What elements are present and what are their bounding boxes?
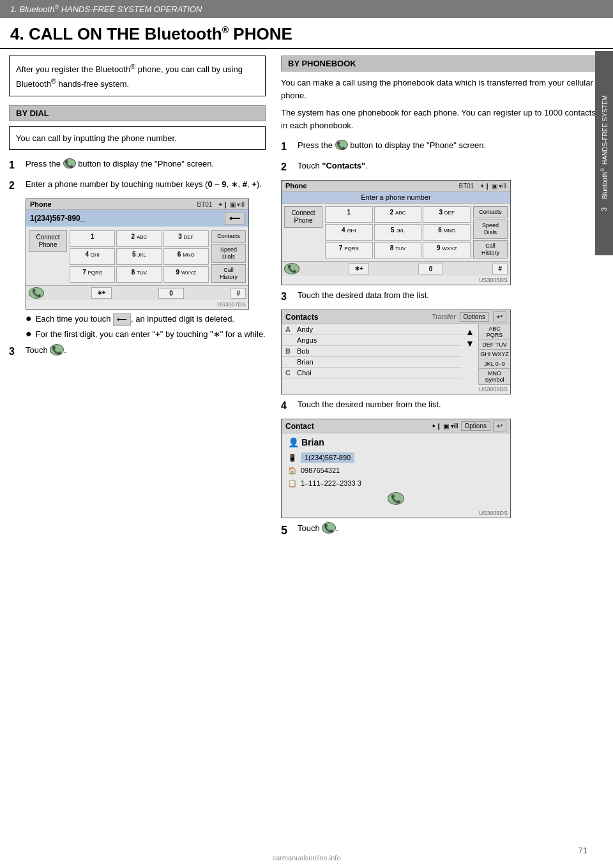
page-number: 71 xyxy=(579,846,587,855)
watermark-contacts: US3008DS xyxy=(282,385,510,394)
num-home[interactable]: 0987654321 xyxy=(301,465,340,475)
phone-grid: ConnectPhone 1 2 ABC 3 DEF 4 GHI 5 JKL 6… xyxy=(26,228,248,285)
phonebook-intro1: You can make a call using the phonebook … xyxy=(281,77,604,101)
backspace-btn[interactable]: ⟵ xyxy=(225,212,245,225)
key-8[interactable]: 8 TUV xyxy=(116,266,162,283)
contact-num-work[interactable]: 📋 1–111–222–2333 3 xyxy=(288,478,504,488)
by-phonebook-section: BY PHONEBOOK You can make a call using t… xyxy=(281,56,604,539)
options-btn-contact[interactable]: Options xyxy=(461,421,490,431)
mobile-icon: 📱 xyxy=(288,454,297,462)
step-pb-4: 4 Touch the desired number from the list… xyxy=(281,398,604,414)
key-4[interactable]: 4 GHI xyxy=(70,248,115,265)
watermark-contact-detail: US3009DS xyxy=(282,509,510,518)
step-pb-2: 2 Touch "Contacts". xyxy=(281,160,604,175)
phone-right-btns: Contacts SpeedDials CallHistory xyxy=(211,228,248,285)
alpha-jkl-09[interactable]: JKL 0–9 xyxy=(479,359,510,369)
key-star[interactable]: ∗+ xyxy=(91,287,112,299)
home-icon: 🏠 xyxy=(288,467,297,475)
right-column: BY PHONEBOOK You can make a call using t… xyxy=(277,56,604,544)
contact-name-row: 👤 Brian xyxy=(288,437,504,447)
phone-numpad-pb: 1 2 ABC 3 DEF 4 GHI 5 JKL 6 MNO 7 PQRS 8… xyxy=(325,204,473,261)
phone-bottom-row: 📞 ∗+ 0 # xyxy=(26,285,248,300)
scroll-up[interactable]: ▲ xyxy=(465,327,474,337)
key-3[interactable]: 3 DEF xyxy=(163,230,209,247)
call-icon-step3[interactable]: 📞 xyxy=(50,344,64,355)
alpha-def-tuv[interactable]: DEF TUV xyxy=(479,340,510,350)
num-work[interactable]: 1–111–222–2333 3 xyxy=(301,478,361,488)
key-2-pb[interactable]: 2 ABC xyxy=(374,206,422,223)
contact-num-home[interactable]: 🏠 0987654321 xyxy=(288,465,504,475)
key-3-pb[interactable]: 3 DEF xyxy=(423,206,471,223)
contact-detail-ui: Contact ✦❙ ▣ ▾ill Options ↩ 👤 Brian 📱 1(… xyxy=(281,419,511,518)
work-icon: 📋 xyxy=(288,479,297,488)
connect-phone-btn[interactable]: ConnectPhone xyxy=(26,228,70,285)
right-side-tab: 3 Bluetooth® HANDS-FREE SYSTEM xyxy=(595,51,613,255)
key-6[interactable]: 6 MNO xyxy=(163,248,209,265)
watermark-dial: US3007DS xyxy=(26,300,248,309)
contacts-btn[interactable]: Contacts xyxy=(211,230,246,243)
step-dial-1: 1 Press the 📞 button to display the "Pho… xyxy=(9,158,266,173)
num-mobile[interactable]: 1(234)567-890 xyxy=(301,453,354,463)
key-0[interactable]: 0 xyxy=(158,288,184,299)
phone-ui-header: Phone BT01 ✦❙ ▣ ▾ill xyxy=(26,199,248,210)
bullet-list-dial: ● Each time you touch ⟵, an inputted dig… xyxy=(26,313,266,340)
scroll-down[interactable]: ▼ xyxy=(465,338,474,348)
call-history-btn-pb[interactable]: CallHistory xyxy=(473,240,508,259)
call-history-btn[interactable]: CallHistory xyxy=(211,264,246,283)
by-dial-header: BY DIAL xyxy=(9,105,266,121)
key-4-pb[interactable]: 4 GHI xyxy=(325,224,373,241)
key-7[interactable]: 7 PQRS xyxy=(70,266,115,283)
pb-call-btn[interactable]: 📞 xyxy=(284,263,299,274)
contacts-ui: Contacts Transfer Options ↩ A Andy xyxy=(281,310,511,394)
back-btn-contact[interactable]: ↩ xyxy=(493,421,506,431)
key-2[interactable]: 2 ABC xyxy=(116,230,162,247)
contacts-btn-pb[interactable]: Contacts xyxy=(473,206,508,218)
contacts-list: A Andy Angus B Bob Bri xyxy=(282,324,462,385)
contacts-scroll: ▲ ▼ xyxy=(462,324,478,385)
alpha-abc-pqrs[interactable]: ABC PQRS xyxy=(479,324,510,340)
key-9-pb[interactable]: 9 WXYZ xyxy=(423,242,471,258)
contacts-body: A Andy Angus B Bob Bri xyxy=(282,324,510,385)
top-header: 1. Bluetooth® HANDS-FREE SYSTEM OPERATIO… xyxy=(0,0,613,18)
key-hash-pb[interactable]: # xyxy=(492,264,508,274)
by-dial-subbox: You can call by inputting the phone numb… xyxy=(9,126,266,151)
header-title: 1. Bluetooth® HANDS-FREE SYSTEM OPERATIO… xyxy=(10,4,202,14)
key-star-pb[interactable]: ∗+ xyxy=(349,263,369,274)
contact-call-btn[interactable]: 📞 xyxy=(388,492,404,505)
key-5[interactable]: 5 JKL xyxy=(116,248,162,265)
key-6-pb[interactable]: 6 MNO xyxy=(423,224,471,241)
contact-row-bob[interactable]: B Bob xyxy=(282,346,462,357)
dial-call-btn[interactable]: 📞 xyxy=(29,287,44,299)
contact-row-brian[interactable]: Brian xyxy=(282,357,462,368)
by-phonebook-header: BY PHONEBOOK xyxy=(281,56,604,71)
step-pb-3: 3 Touch the desired data from the list. xyxy=(281,289,604,304)
contact-title: Contact xyxy=(285,422,314,431)
key-0-pb[interactable]: 0 xyxy=(418,264,444,274)
by-dial-section: BY DIAL You can call by inputting the ph… xyxy=(9,105,266,359)
key-7-pb[interactable]: 7 PQRS xyxy=(325,242,373,258)
speed-dials-btn-pb[interactable]: SpeedDials xyxy=(473,220,508,239)
key-5-pb[interactable]: 5 JKL xyxy=(374,224,422,241)
alpha-mno-sym[interactable]: MNO Symbol xyxy=(479,369,510,385)
options-btn-contacts[interactable]: Options xyxy=(460,312,489,322)
contact-num-mobile[interactable]: 📱 1(234)567-890 xyxy=(288,453,504,463)
contact-row-choi[interactable]: C Choi xyxy=(282,368,462,378)
alpha-ghi-wxyz[interactable]: GHI WXYZ xyxy=(479,350,510,359)
phone-right-btns-pb: Contacts SpeedDials CallHistory xyxy=(473,204,510,261)
contact-row-angus[interactable]: Angus xyxy=(282,335,462,346)
key-9[interactable]: 9 WXYZ xyxy=(163,266,209,283)
phone-ui-pb: Phone BT01 ✦❙ ▣ ▾ill Enter a phone numbe… xyxy=(281,180,511,285)
transfer-label: Transfer xyxy=(432,313,456,320)
key-1-pb[interactable]: 1 xyxy=(325,206,373,223)
contact-row-andy[interactable]: A Andy xyxy=(282,324,462,335)
contact-detail-body: 👤 Brian 📱 1(234)567-890 🏠 0987654321 📋 1… xyxy=(282,433,510,509)
speed-dials-btn[interactable]: SpeedDials xyxy=(211,244,246,263)
key-1[interactable]: 1 xyxy=(70,230,115,247)
back-btn-contacts[interactable]: ↩ xyxy=(493,311,506,322)
key-hash[interactable]: # xyxy=(231,288,246,299)
key-8-pb[interactable]: 8 TUV xyxy=(374,242,422,258)
bullet-item-1: ● Each time you touch ⟵, an inputted dig… xyxy=(26,313,266,326)
connect-phone-btn-pb[interactable]: ConnectPhone xyxy=(282,204,325,261)
contact-detail-header: Contact ✦❙ ▣ ▾ill Options ↩ xyxy=(282,419,510,433)
call-icon-step5[interactable]: 📞 xyxy=(322,522,336,534)
